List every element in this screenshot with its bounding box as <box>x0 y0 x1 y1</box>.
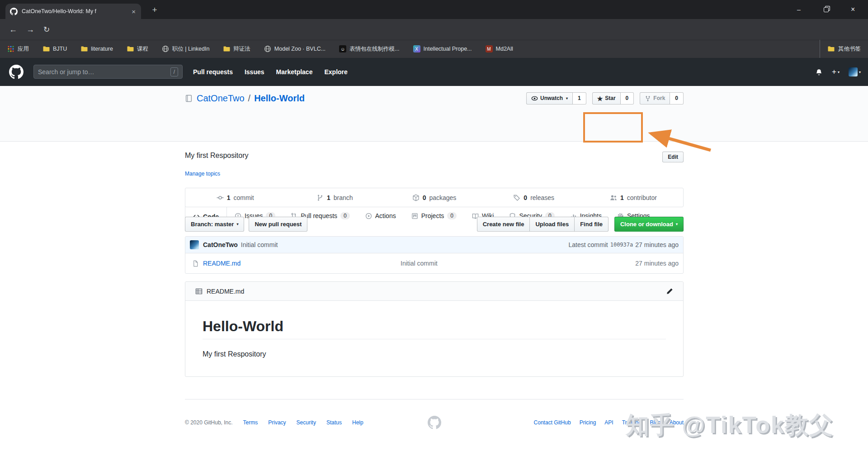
eye-icon <box>531 95 538 102</box>
caret-down-icon: ▾ <box>859 70 861 74</box>
reload-button[interactable]: ↻ <box>43 19 50 40</box>
repo-hero: CatOneTwo / Hello-World Unwatch ▾ 1 ★ St… <box>0 86 868 142</box>
clone-or-download-button[interactable]: Clone or download ▾ <box>614 217 684 232</box>
settings-arrow-annotation <box>638 128 714 153</box>
new-pull-request-button[interactable]: New pull request <box>249 217 307 232</box>
stat-value: 1 <box>227 194 231 201</box>
file-name-link[interactable]: README.md <box>203 260 241 267</box>
file-actions-row: Branch: master ▾ New pull request Create… <box>185 217 684 232</box>
back-button[interactable]: ← <box>9 19 17 40</box>
bookmark-apps[interactable]: 应用 <box>7 45 29 53</box>
find-file-button[interactable]: Find file <box>574 217 609 232</box>
repo-owner-link[interactable]: CatOneTwo <box>197 93 245 104</box>
commit-time: 27 minutes ago <box>635 241 679 248</box>
fork-count[interactable]: 0 <box>670 92 684 105</box>
commit-author-link[interactable]: CatOneTwo <box>203 241 238 248</box>
watch-count[interactable]: 1 <box>573 92 586 105</box>
stat-branches[interactable]: 1 branch <box>285 188 384 207</box>
footer-link-security[interactable]: Security <box>297 419 316 426</box>
readme-icon <box>195 288 203 295</box>
bookmark-md2all[interactable]: M Md2All <box>486 45 513 52</box>
footer-link-pricing[interactable]: Pricing <box>580 419 596 426</box>
other-bookmarks-label: 其他书签 <box>838 45 861 53</box>
stat-label: packages <box>429 194 456 201</box>
fork-button[interactable]: Fork <box>640 92 670 105</box>
caret-down-icon: ▾ <box>676 222 678 226</box>
commit-author-avatar[interactable] <box>190 240 199 249</box>
restore-icon <box>824 7 829 12</box>
bookmark-course[interactable]: 课程 <box>127 45 148 53</box>
stat-commits[interactable]: 1 commit <box>185 188 285 207</box>
footer-link-privacy[interactable]: Privacy <box>268 419 286 426</box>
bookmark-literature[interactable]: literature <box>80 45 113 52</box>
star-icon: ★ <box>597 95 603 102</box>
repo-name-link[interactable]: Hello-World <box>254 93 305 104</box>
latest-commit-bar: CatOneTwo Initial commit Latest commit 1… <box>185 237 683 253</box>
bookmark-dialectics[interactable]: 辩证法 <box>223 45 250 53</box>
nav-pull-requests[interactable]: Pull requests <box>193 68 233 76</box>
caret-down-icon: ▾ <box>236 222 238 226</box>
bookmark-linkedin[interactable]: 职位 | LinkedIn <box>162 45 209 53</box>
stat-packages[interactable]: 0 packages <box>384 188 484 207</box>
caret-down-icon: ▾ <box>838 70 840 74</box>
folder-icon <box>42 45 50 52</box>
stat-contributors[interactable]: 1 contributor <box>584 188 683 207</box>
github-favicon-icon <box>10 8 18 15</box>
create-new-file-button[interactable]: Create new file <box>477 217 530 232</box>
unwatch-button[interactable]: Unwatch ▾ <box>526 92 573 105</box>
edit-description-button[interactable]: Edit <box>662 152 684 162</box>
window-close-button[interactable]: × <box>851 0 855 19</box>
nav-marketplace[interactable]: Marketplace <box>276 68 313 76</box>
commit-sha-link[interactable]: 100937a <box>610 242 633 248</box>
commit-message-link[interactable]: Initial commit <box>241 241 278 248</box>
new-tab-button[interactable]: + <box>149 5 160 15</box>
branch-selector-button[interactable]: Branch: master ▾ <box>185 217 244 232</box>
file-row-readme[interactable]: README.md Initial commit 27 minutes ago <box>185 253 683 273</box>
footer-github-logo-icon[interactable] <box>428 416 441 429</box>
globe-icon <box>162 45 169 52</box>
user-avatar-dropdown[interactable]: ▾ <box>849 67 861 76</box>
nav-issues[interactable]: Issues <box>245 68 264 76</box>
watch-button-group: Unwatch ▾ 1 <box>526 92 586 105</box>
create-new-dropdown[interactable]: +▾ <box>832 67 840 76</box>
window-minimize-button[interactable]: – <box>797 0 801 19</box>
window-restore-button[interactable] <box>824 0 829 19</box>
github-search-box[interactable]: / <box>33 65 183 79</box>
file-commit-message-link[interactable]: Initial commit <box>401 260 438 267</box>
footer-link-api[interactable]: API <box>604 419 613 426</box>
tab-close-icon[interactable]: × <box>131 8 137 15</box>
readme-heading: Hello-World <box>203 318 666 339</box>
footer-link-help[interactable]: Help <box>352 419 363 426</box>
edit-readme-pencil-icon[interactable] <box>666 288 673 295</box>
footer-link-contact[interactable]: Contact GitHub <box>534 419 571 426</box>
nav-explore[interactable]: Explore <box>324 68 347 76</box>
upload-files-button[interactable]: Upload files <box>529 217 575 232</box>
other-bookmarks-button[interactable]: 其他书签 <box>820 40 861 58</box>
readme-section: README.md Hello-World My first Resposito… <box>185 281 684 377</box>
notifications-bell-icon[interactable] <box>815 68 823 76</box>
search-input[interactable] <box>38 68 170 76</box>
footer-left-links: © 2020 GitHub, Inc. Terms Privacy Securi… <box>185 419 363 426</box>
readme-header: README.md <box>185 282 683 301</box>
manage-topics-link[interactable]: Manage topics <box>185 171 220 177</box>
stat-value: 1 <box>620 194 624 201</box>
unwatch-label: Unwatch <box>540 93 563 104</box>
bookmark-label: Intellectual Prope... <box>424 46 472 52</box>
stat-releases[interactable]: 0 releases <box>484 188 584 207</box>
bookmark-meme-maker[interactable]: ☺ 表情包在线制作模... <box>339 45 399 53</box>
bookmark-model-zoo[interactable]: Model Zoo · BVLC... <box>264 45 326 52</box>
footer-link-terms[interactable]: Terms <box>243 419 258 426</box>
star-count[interactable]: 0 <box>621 92 634 105</box>
package-icon <box>412 194 420 201</box>
star-button[interactable]: ★ Star <box>592 92 621 105</box>
settings-highlight-annotation <box>583 112 643 143</box>
footer-link-status[interactable]: Status <box>326 419 342 426</box>
bookmark-intellectual-property[interactable]: X Intellectual Prope... <box>413 45 472 52</box>
repo-description: My first Respository <box>185 152 248 160</box>
forward-button[interactable]: → <box>26 19 34 40</box>
globe-icon <box>264 45 271 52</box>
github-logo-icon[interactable] <box>9 65 24 79</box>
bookmark-label: BJTU <box>53 46 67 52</box>
browser-tab[interactable]: CatOneTwo/Hello-World: My f × <box>5 4 141 19</box>
bookmark-bjtu[interactable]: BJTU <box>42 45 67 52</box>
